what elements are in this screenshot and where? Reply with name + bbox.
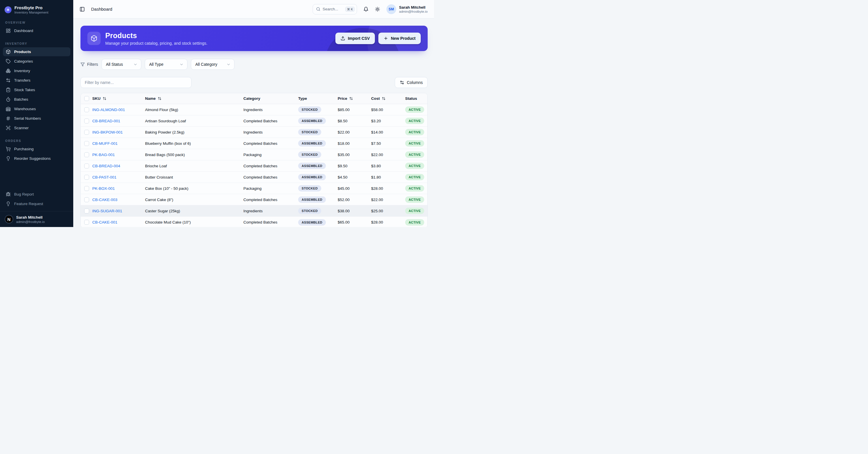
chevron-down-icon <box>133 62 137 67</box>
row-checkbox[interactable] <box>84 175 89 180</box>
sku-link[interactable]: CB-MUFF-001 <box>92 141 145 146</box>
status-badge: ACTIVE <box>405 185 424 191</box>
sku-link[interactable]: ING-ALMOND-001 <box>92 108 145 112</box>
category-filter-select[interactable]: All Category <box>191 59 235 70</box>
status-badge: ACTIVE <box>405 219 424 225</box>
sku-link[interactable]: CB-BREAD-004 <box>92 164 145 168</box>
columns-button[interactable]: Columns <box>395 77 428 88</box>
package-icon <box>87 32 101 45</box>
column-header-name[interactable]: Name <box>145 96 243 101</box>
sort-arrows-icon[interactable] <box>382 97 385 100</box>
column-header-price[interactable]: Price <box>338 96 371 101</box>
sidebar-item-feature-request[interactable]: Feature Request <box>3 199 70 208</box>
category-cell: Completed Batches <box>243 141 298 146</box>
dashboard-icon <box>6 28 11 33</box>
row-checkbox[interactable] <box>84 186 89 191</box>
row-checkbox[interactable] <box>84 163 89 169</box>
sidebar-item-inventory[interactable]: Inventory <box>3 66 70 75</box>
sku-link[interactable]: ING-SUGAR-001 <box>92 209 145 213</box>
sku-link[interactable]: CB-PAST-001 <box>92 175 145 179</box>
table-row[interactable]: PK-BOX-001Cake Box (10" - 50 pack)Packag… <box>81 183 427 194</box>
column-header-sku[interactable]: SKU <box>92 96 145 101</box>
sku-link[interactable]: PK-BOX-001 <box>92 186 145 191</box>
category-cell: Packaging <box>243 186 298 191</box>
sidebar-item-reorder-suggestions[interactable]: Reorder Suggestions <box>3 154 70 163</box>
sidebar-item-dashboard[interactable]: Dashboard <box>3 26 70 35</box>
sort-arrows-icon[interactable] <box>103 97 106 100</box>
table-row[interactable]: ING-BKPOW-001Baking Powder (2.5kg)Ingred… <box>81 127 427 138</box>
cost-cell: $25.00 <box>371 209 405 213</box>
sidebar: Frostbyte Pro Inventory Management OVERV… <box>0 0 73 227</box>
status-filter-select[interactable]: All Status <box>101 59 141 70</box>
table-row[interactable]: CB-BREAD-001Artisan Sourdough LoafComple… <box>81 115 427 127</box>
sidebar-item-batches[interactable]: Batches <box>3 95 70 104</box>
price-cell: $22.00 <box>338 130 371 134</box>
type-badge: STOCKED <box>298 107 321 113</box>
category-cell: Completed Batches <box>243 119 298 123</box>
price-cell: $38.00 <box>338 209 371 213</box>
sidebar-item-stock-takes[interactable]: Stock Takes <box>3 85 70 94</box>
notifications-button[interactable] <box>363 7 369 12</box>
table-header-row: SKUNameCategoryTypePriceCostStatus <box>81 93 427 104</box>
sidebar-item-scanner[interactable]: Scanner <box>3 123 70 132</box>
price-cell: $4.50 <box>338 175 371 179</box>
table-row[interactable]: CB-CAKE-003Carrot Cake (8")Completed Bat… <box>81 194 427 205</box>
sku-link[interactable]: CB-CAKE-001 <box>92 220 145 224</box>
row-checkbox[interactable] <box>84 209 89 213</box>
table-row[interactable]: CB-MUFF-001Blueberry Muffin (box of 6)Co… <box>81 138 427 149</box>
table-row[interactable]: CB-PAST-001Butter CroissantCompleted Bat… <box>81 172 427 183</box>
search-input[interactable]: Search... ⌘ K <box>313 4 357 14</box>
sku-link[interactable]: ING-BKPOW-001 <box>92 130 145 134</box>
products-table: SKUNameCategoryTypePriceCostStatus ING-A… <box>81 93 428 227</box>
column-header-cost[interactable]: Cost <box>371 96 405 101</box>
hash-icon <box>6 116 11 121</box>
search-icon <box>316 7 320 11</box>
sku-link[interactable]: PK-BAG-001 <box>92 153 145 157</box>
main-area: Dashboard Search... ⌘ K SM Sarah Mitchel… <box>73 0 434 227</box>
table-row[interactable]: ING-ALMOND-001Almond Flour (5kg)Ingredie… <box>81 104 427 115</box>
sidebar-item-transfers[interactable]: Transfers <box>3 76 70 85</box>
sku-link[interactable]: CB-BREAD-001 <box>92 119 145 123</box>
sidebar-item-warehouses[interactable]: Warehouses <box>3 104 70 113</box>
cost-cell: $14.00 <box>371 130 405 134</box>
status-badge: ACTIVE <box>405 129 424 135</box>
new-product-button[interactable]: New Product <box>378 33 421 44</box>
sort-arrows-icon[interactable] <box>349 97 353 100</box>
price-cell: $9.50 <box>338 164 371 168</box>
sidebar-toggle-button[interactable] <box>80 7 85 12</box>
row-checkbox[interactable] <box>84 141 89 146</box>
sort-arrows-icon[interactable] <box>158 97 161 100</box>
sidebar-user-card[interactable]: N Sarah Mitchell admin@frostbyte.io <box>0 211 73 227</box>
sidebar-item-products[interactable]: Products <box>3 47 70 56</box>
table-row[interactable]: ING-SUGAR-001Caster Sugar (25kg)Ingredie… <box>81 205 427 217</box>
topbar-user-menu[interactable]: SM Sarah Mitchell admin@frostbyte.io <box>386 4 428 14</box>
category-cell: Completed Batches <box>243 175 298 179</box>
sidebar-item-label: Dashboard <box>14 29 33 33</box>
transfer-arrows-icon <box>6 78 11 83</box>
app-subtitle: Inventory Management <box>14 11 49 14</box>
theme-toggle-button[interactable] <box>375 7 380 12</box>
sidebar-item-serial-numbers[interactable]: Serial Numbers <box>3 114 70 123</box>
row-checkbox[interactable] <box>84 197 89 202</box>
name-filter-input[interactable] <box>81 77 191 88</box>
table-row[interactable]: CB-BREAD-004Brioche LoafCompleted Batche… <box>81 160 427 172</box>
import-csv-button[interactable]: Import CSV <box>335 33 375 44</box>
sidebar-item-bug-report[interactable]: Bug Report <box>3 190 70 199</box>
sidebar-item-categories[interactable]: Categories <box>3 57 70 66</box>
row-checkbox[interactable] <box>84 152 89 157</box>
table-row[interactable]: PK-BAG-001Bread Bags (500 pack)Packaging… <box>81 149 427 160</box>
sidebar-spacer <box>0 163 73 189</box>
row-checkbox[interactable] <box>84 107 89 112</box>
sun-icon <box>375 7 380 12</box>
table-row[interactable]: CB-CAKE-001Chocolate Mud Cake (10")Compl… <box>81 217 427 227</box>
row-checkbox[interactable] <box>84 119 89 123</box>
sku-link[interactable]: CB-CAKE-003 <box>92 198 145 202</box>
price-cell: $65.00 <box>338 220 371 224</box>
row-checkbox[interactable] <box>84 220 89 225</box>
select-all-checkbox[interactable] <box>84 96 89 101</box>
sidebar-user-email: admin@frostbyte.io <box>16 220 45 223</box>
panel-left-icon <box>80 7 85 12</box>
row-checkbox[interactable] <box>84 130 89 135</box>
type-filter-select[interactable]: All Type <box>145 59 187 70</box>
sidebar-item-purchasing[interactable]: Purchasing <box>3 145 70 153</box>
